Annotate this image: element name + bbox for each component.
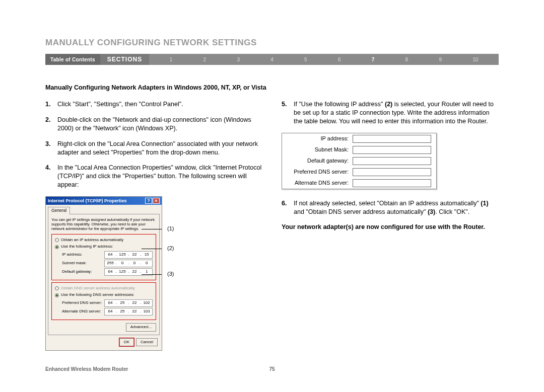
help-icon[interactable]: ? (145, 198, 152, 204)
footer-product: Enhanced Wireless Modem Router (45, 366, 269, 372)
step-num: 3. (45, 140, 57, 157)
nav-sections-label: SECTIONS (100, 54, 149, 65)
ipform-subnet-input[interactable] (353, 146, 431, 154)
step-text: If "Use the following IP address" (2) is… (294, 100, 499, 126)
step-num: 4. (45, 164, 57, 189)
final-note: Your network adapter(s) are now configur… (282, 223, 499, 231)
dns-group: Obtain DNS server address automatically … (51, 282, 156, 320)
gateway-label: Default gateway: (62, 269, 92, 275)
radio-auto-ip[interactable]: Obtain an IP address automatically (55, 238, 153, 243)
step-num: 1. (45, 100, 57, 109)
right-column: 5.If "Use the following IP address" (2) … (282, 100, 499, 351)
dialog-title-text: Internet Protocol (TCP/IP) Properties (48, 198, 127, 204)
ok-button[interactable]: OK (119, 338, 134, 347)
radio-auto-dns[interactable]: Obtain DNS server address automatically (55, 286, 153, 291)
ipform-gateway-label: Default gateway: (287, 157, 353, 165)
dialog-intro: You can get IP settings assigned automat… (51, 217, 156, 231)
step-text: Double-click on the "Network and dial-up… (57, 116, 262, 133)
left-column: 1.Click "Start", "Settings", then "Contr… (45, 100, 262, 351)
ipform-pref-label: Preferred DNS server: (287, 168, 353, 176)
ipform-ip-input[interactable] (353, 135, 431, 143)
ip-info-table: IP address: Subnet Mask: Default gateway… (282, 133, 437, 189)
nav-num-7[interactable]: 7 (372, 57, 375, 62)
tab-general[interactable]: General (48, 207, 70, 214)
cancel-button[interactable]: Cancel (136, 338, 158, 347)
tcpip-dialog: Internet Protocol (TCP/IP) Properties ? … (45, 196, 162, 351)
subnet-input[interactable]: 255.0.0.0 (104, 260, 153, 267)
nav-num-2[interactable]: 2 (203, 57, 207, 62)
ip-group: Obtain an IP address automatically Use t… (51, 234, 156, 280)
nav-bar: Table of Contents SECTIONS 1 2 3 4 5 6 7… (45, 54, 499, 65)
step-text: If not already selected, select "Obtain … (294, 199, 499, 216)
nav-num-3[interactable]: 3 (237, 57, 240, 62)
nav-numbers: 1 2 3 4 5 6 7 8 9 10 (149, 57, 499, 62)
ipform-gateway-input[interactable] (353, 157, 431, 165)
page-title: MANUALLY CONFIGURING NETWORK SETTINGS (45, 38, 499, 48)
advanced-button[interactable]: Advanced... (126, 323, 156, 332)
close-icon[interactable]: × (153, 198, 160, 204)
nav-num-8[interactable]: 8 (405, 57, 409, 62)
nav-num-1[interactable]: 1 (170, 57, 173, 62)
nav-num-9[interactable]: 9 (439, 57, 442, 62)
subheading: Manually Configuring Network Adapters in… (45, 84, 499, 91)
step-num: 5. (282, 100, 294, 126)
pref-dns-label: Preferred DNS server: (62, 300, 102, 306)
radio-use-ip[interactable]: Use the following IP address: (55, 244, 153, 250)
ipform-subnet-label: Subnet Mask: (287, 146, 353, 153)
step-text: Click "Start", "Settings", then "Control… (57, 100, 262, 109)
nav-num-10[interactable]: 10 (472, 57, 478, 62)
ipform-alt-label: Alternate DNS server: (287, 179, 353, 187)
ip-address-input[interactable]: 64.125.22.15 (104, 251, 153, 259)
step-text: Right-click on the "Local Area Connectio… (57, 140, 262, 157)
alt-dns-input[interactable]: 64.25.22.103 (104, 308, 153, 316)
ip-address-label: IP address: (62, 252, 82, 258)
ipform-pref-input[interactable] (353, 168, 431, 176)
radio-use-dns[interactable]: Use the following DNS server addresses: (55, 292, 153, 298)
callout-1: (1) (167, 225, 174, 232)
subnet-label: Subnet mask: (62, 261, 87, 266)
callout-3: (3) (167, 271, 174, 277)
step-num: 6. (282, 199, 294, 216)
ipform-ip-label: IP address: (287, 135, 353, 142)
step-text: In the "Local Area Connection Properties… (57, 164, 262, 189)
footer: Enhanced Wireless Modem Router 75 (45, 366, 499, 372)
pref-dns-input[interactable]: 64.25.22.102 (104, 299, 153, 307)
step-num: 2. (45, 116, 57, 133)
nav-num-4[interactable]: 4 (270, 57, 274, 62)
callout-2: (2) (167, 245, 174, 252)
nav-num-5[interactable]: 5 (304, 57, 307, 62)
callouts: (1) (2) (3) (167, 196, 174, 291)
nav-toc-link[interactable]: Table of Contents (45, 54, 100, 65)
nav-num-6[interactable]: 6 (338, 57, 341, 62)
alt-dns-label: Alternate DNS server: (62, 309, 101, 315)
ipform-alt-input[interactable] (353, 179, 431, 187)
footer-page: 75 (269, 366, 275, 372)
dialog-titlebar: Internet Protocol (TCP/IP) Properties ? … (46, 197, 162, 205)
